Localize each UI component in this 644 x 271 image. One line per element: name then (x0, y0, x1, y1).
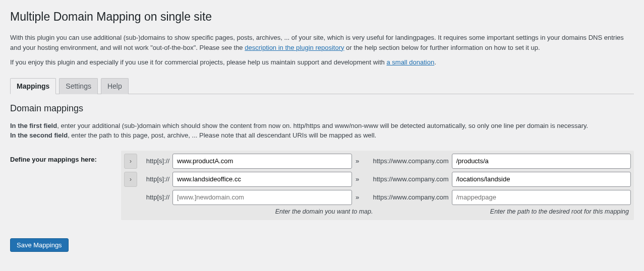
domain-input[interactable] (172, 172, 352, 187)
section-title: Domain mappings (10, 103, 634, 114)
path-input-new[interactable] (452, 190, 631, 205)
donate-text-2: . (434, 58, 436, 66)
path-hint: Enter the path to the desired root for t… (382, 208, 629, 215)
scheme-label: http[s]:// (140, 193, 169, 201)
hints-row: Enter the domain you want to map. Enter … (124, 208, 631, 217)
instruction-line-1: In the first field, enter your additiona… (10, 121, 634, 141)
expand-button[interactable]: › (124, 172, 137, 187)
page-title: Multiple Domain Mapping on single site (10, 10, 634, 24)
mappings-box: › http[s]:// » https://www.company.com ›… (121, 151, 634, 220)
save-mappings-button[interactable]: Save Mappings (10, 238, 69, 252)
define-label: Define your mappings here: (10, 151, 121, 163)
arrow-icon: » (355, 193, 360, 201)
tab-settings[interactable]: Settings (59, 78, 98, 94)
domain-hint: Enter the domain you want to map. (126, 208, 382, 215)
domain-input-new[interactable] (172, 190, 352, 205)
instruction-text-1: , enter your additional (sub-)domain whi… (57, 122, 588, 129)
scheme-label: http[s]:// (140, 157, 169, 165)
instruction-text-2: , enter the path to this page, post, arc… (68, 131, 376, 139)
tab-help[interactable]: Help (101, 78, 129, 94)
mapping-row: › http[s]:// » https://www.company.com (124, 154, 631, 169)
base-url-label: https://www.company.com (363, 193, 449, 201)
chevron-right-icon: › (130, 176, 132, 183)
donate-text-1: If you enjoy this plugin and especially … (10, 58, 386, 66)
instruction-bold-1: In the first field (10, 122, 57, 129)
path-input[interactable] (452, 172, 631, 187)
tab-bar: Mappings Settings Help (10, 78, 634, 94)
base-url-label: https://www.company.com (363, 157, 449, 165)
mapping-row-new: http[s]:// » https://www.company.com (124, 190, 631, 205)
arrow-icon: » (355, 157, 360, 165)
expand-button[interactable]: › (124, 154, 137, 169)
mapping-row: › http[s]:// » https://www.company.com (124, 172, 631, 187)
donate-paragraph: If you enjoy this plugin and especially … (10, 57, 634, 67)
intro-paragraph: With this plugin you can use additional … (10, 33, 634, 52)
chevron-right-icon: › (130, 158, 132, 165)
donate-link[interactable]: a small donation (386, 58, 434, 66)
base-url-label: https://www.company.com (363, 175, 449, 183)
arrow-icon: » (355, 175, 360, 183)
instruction-bold-2: In the second field (10, 131, 68, 139)
path-input[interactable] (452, 154, 631, 169)
scheme-label: http[s]:// (140, 175, 169, 183)
intro-text-2: or the help section below for further in… (344, 44, 540, 51)
tab-mappings[interactable]: Mappings (10, 78, 56, 94)
domain-input[interactable] (172, 154, 352, 169)
repo-link[interactable]: description in the plugin repository (245, 44, 344, 51)
